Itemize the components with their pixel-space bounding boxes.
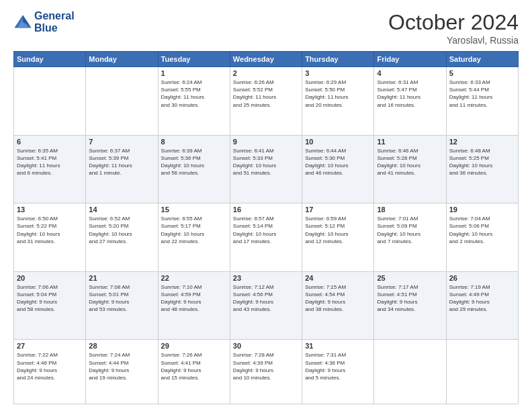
col-tuesday: Tuesday bbox=[158, 52, 230, 67]
calendar-cell: 16Sunrise: 6:57 AM Sunset: 5:14 PM Dayli… bbox=[230, 203, 302, 272]
day-number: 10 bbox=[305, 138, 371, 146]
day-info: Sunrise: 6:33 AM Sunset: 5:44 PM Dayligh… bbox=[449, 79, 515, 109]
title-area: October 2024 Yaroslavl, Russia bbox=[388, 10, 519, 46]
calendar-cell: 29Sunrise: 7:26 AM Sunset: 4:41 PM Dayli… bbox=[158, 340, 230, 404]
day-info: Sunrise: 6:55 AM Sunset: 5:17 PM Dayligh… bbox=[161, 215, 227, 245]
day-number: 30 bbox=[233, 342, 299, 350]
day-info: Sunrise: 7:08 AM Sunset: 5:01 PM Dayligh… bbox=[89, 283, 154, 314]
day-info: Sunrise: 6:35 AM Sunset: 5:41 PM Dayligh… bbox=[17, 147, 83, 177]
calendar-row: 6Sunrise: 6:35 AM Sunset: 5:41 PM Daylig… bbox=[14, 135, 519, 203]
day-number: 28 bbox=[89, 342, 154, 350]
logo: General Blue bbox=[13, 10, 75, 34]
day-info: Sunrise: 7:17 AM Sunset: 4:51 PM Dayligh… bbox=[377, 283, 443, 314]
calendar-cell bbox=[446, 340, 518, 404]
day-info: Sunrise: 6:48 AM Sunset: 5:25 PM Dayligh… bbox=[449, 147, 515, 177]
header: General Blue October 2024 Yaroslavl, Rus… bbox=[13, 10, 519, 46]
day-info: Sunrise: 7:28 AM Sunset: 4:39 PM Dayligh… bbox=[233, 351, 299, 381]
day-info: Sunrise: 6:26 AM Sunset: 5:52 PM Dayligh… bbox=[233, 79, 299, 109]
day-number: 6 bbox=[17, 138, 83, 146]
calendar-cell bbox=[14, 67, 86, 136]
logo-text: General Blue bbox=[34, 10, 75, 34]
calendar-cell: 13Sunrise: 6:50 AM Sunset: 5:22 PM Dayli… bbox=[14, 203, 86, 272]
calendar-cell: 27Sunrise: 7:22 AM Sunset: 4:46 PM Dayli… bbox=[14, 340, 86, 404]
col-sunday: Sunday bbox=[14, 52, 86, 67]
day-info: Sunrise: 6:31 AM Sunset: 5:47 PM Dayligh… bbox=[377, 79, 443, 109]
calendar-cell: 8Sunrise: 6:39 AM Sunset: 5:36 PM Daylig… bbox=[158, 135, 230, 203]
day-info: Sunrise: 7:10 AM Sunset: 4:59 PM Dayligh… bbox=[161, 283, 227, 314]
col-friday: Friday bbox=[374, 52, 446, 67]
day-info: Sunrise: 7:19 AM Sunset: 4:49 PM Dayligh… bbox=[449, 283, 515, 314]
day-number: 11 bbox=[377, 138, 443, 146]
calendar-row: 1Sunrise: 6:24 AM Sunset: 5:55 PM Daylig… bbox=[14, 67, 519, 136]
calendar-cell: 26Sunrise: 7:19 AM Sunset: 4:49 PM Dayli… bbox=[446, 271, 518, 340]
calendar-cell: 25Sunrise: 7:17 AM Sunset: 4:51 PM Dayli… bbox=[374, 271, 446, 340]
calendar-cell: 23Sunrise: 7:12 AM Sunset: 4:56 PM Dayli… bbox=[230, 271, 302, 340]
col-thursday: Thursday bbox=[302, 52, 374, 67]
calendar-cell: 17Sunrise: 6:59 AM Sunset: 5:12 PM Dayli… bbox=[302, 203, 374, 272]
calendar-table: Sunday Monday Tuesday Wednesday Thursday… bbox=[13, 51, 519, 404]
calendar-cell: 4Sunrise: 6:31 AM Sunset: 5:47 PM Daylig… bbox=[374, 67, 446, 136]
day-number: 17 bbox=[305, 205, 371, 214]
day-info: Sunrise: 6:52 AM Sunset: 5:20 PM Dayligh… bbox=[89, 215, 154, 245]
calendar-cell: 18Sunrise: 7:01 AM Sunset: 5:09 PM Dayli… bbox=[374, 203, 446, 272]
calendar-cell: 6Sunrise: 6:35 AM Sunset: 5:41 PM Daylig… bbox=[14, 135, 86, 203]
header-row: Sunday Monday Tuesday Wednesday Thursday… bbox=[14, 52, 519, 67]
day-number: 14 bbox=[89, 205, 154, 214]
page: General Blue October 2024 Yaroslavl, Rus… bbox=[0, 0, 532, 411]
day-info: Sunrise: 7:31 AM Sunset: 4:36 PM Dayligh… bbox=[305, 351, 371, 381]
day-number: 15 bbox=[161, 205, 227, 214]
day-info: Sunrise: 6:44 AM Sunset: 5:30 PM Dayligh… bbox=[305, 147, 371, 177]
calendar-cell bbox=[374, 340, 446, 404]
calendar-cell: 15Sunrise: 6:55 AM Sunset: 5:17 PM Dayli… bbox=[158, 203, 230, 272]
calendar-cell: 7Sunrise: 6:37 AM Sunset: 5:39 PM Daylig… bbox=[86, 135, 158, 203]
day-number: 24 bbox=[305, 274, 371, 282]
calendar-cell: 28Sunrise: 7:24 AM Sunset: 4:44 PM Dayli… bbox=[86, 340, 158, 404]
day-info: Sunrise: 7:22 AM Sunset: 4:46 PM Dayligh… bbox=[17, 351, 83, 381]
day-number: 31 bbox=[305, 342, 371, 350]
day-number: 25 bbox=[377, 274, 443, 282]
day-info: Sunrise: 7:12 AM Sunset: 4:56 PM Dayligh… bbox=[233, 283, 299, 314]
day-number: 5 bbox=[449, 69, 515, 77]
calendar-cell: 31Sunrise: 7:31 AM Sunset: 4:36 PM Dayli… bbox=[302, 340, 374, 404]
day-info: Sunrise: 6:24 AM Sunset: 5:55 PM Dayligh… bbox=[161, 79, 227, 109]
calendar-row: 27Sunrise: 7:22 AM Sunset: 4:46 PM Dayli… bbox=[14, 340, 519, 404]
col-monday: Monday bbox=[86, 52, 158, 67]
calendar-cell: 2Sunrise: 6:26 AM Sunset: 5:52 PM Daylig… bbox=[230, 67, 302, 136]
day-number: 26 bbox=[449, 274, 515, 282]
calendar-row: 13Sunrise: 6:50 AM Sunset: 5:22 PM Dayli… bbox=[14, 203, 519, 272]
day-number: 27 bbox=[17, 342, 83, 350]
calendar-cell: 12Sunrise: 6:48 AM Sunset: 5:25 PM Dayli… bbox=[446, 135, 518, 203]
day-info: Sunrise: 6:59 AM Sunset: 5:12 PM Dayligh… bbox=[305, 215, 371, 245]
day-number: 3 bbox=[305, 69, 371, 77]
month-title: October 2024 bbox=[388, 10, 519, 35]
day-info: Sunrise: 6:57 AM Sunset: 5:14 PM Dayligh… bbox=[233, 215, 299, 245]
calendar-cell: 5Sunrise: 6:33 AM Sunset: 5:44 PM Daylig… bbox=[446, 67, 518, 136]
day-info: Sunrise: 6:39 AM Sunset: 5:36 PM Dayligh… bbox=[161, 147, 227, 177]
day-info: Sunrise: 7:24 AM Sunset: 4:44 PM Dayligh… bbox=[89, 351, 154, 381]
calendar-cell: 1Sunrise: 6:24 AM Sunset: 5:55 PM Daylig… bbox=[158, 67, 230, 136]
day-number: 4 bbox=[377, 69, 443, 77]
calendar-cell: 24Sunrise: 7:15 AM Sunset: 4:54 PM Dayli… bbox=[302, 271, 374, 340]
day-number: 22 bbox=[161, 274, 227, 282]
calendar-cell: 14Sunrise: 6:52 AM Sunset: 5:20 PM Dayli… bbox=[86, 203, 158, 272]
day-number: 2 bbox=[233, 69, 299, 77]
day-info: Sunrise: 7:01 AM Sunset: 5:09 PM Dayligh… bbox=[377, 215, 443, 245]
day-number: 13 bbox=[17, 205, 83, 214]
day-number: 18 bbox=[377, 205, 443, 214]
day-info: Sunrise: 6:41 AM Sunset: 5:33 PM Dayligh… bbox=[233, 147, 299, 177]
day-number: 8 bbox=[161, 138, 227, 146]
calendar-cell: 11Sunrise: 6:46 AM Sunset: 5:28 PM Dayli… bbox=[374, 135, 446, 203]
day-number: 29 bbox=[161, 342, 227, 350]
day-number: 23 bbox=[233, 274, 299, 282]
col-saturday: Saturday bbox=[446, 52, 518, 67]
calendar-cell: 3Sunrise: 6:29 AM Sunset: 5:50 PM Daylig… bbox=[302, 67, 374, 136]
location: Yaroslavl, Russia bbox=[388, 35, 519, 46]
day-info: Sunrise: 6:50 AM Sunset: 5:22 PM Dayligh… bbox=[17, 215, 83, 245]
day-number: 19 bbox=[449, 205, 515, 214]
calendar-cell: 30Sunrise: 7:28 AM Sunset: 4:39 PM Dayli… bbox=[230, 340, 302, 404]
calendar-cell: 20Sunrise: 7:06 AM Sunset: 5:04 PM Dayli… bbox=[14, 271, 86, 340]
day-info: Sunrise: 7:15 AM Sunset: 4:54 PM Dayligh… bbox=[305, 283, 371, 314]
day-number: 12 bbox=[449, 138, 515, 146]
day-number: 21 bbox=[89, 274, 154, 282]
calendar-cell: 9Sunrise: 6:41 AM Sunset: 5:33 PM Daylig… bbox=[230, 135, 302, 203]
